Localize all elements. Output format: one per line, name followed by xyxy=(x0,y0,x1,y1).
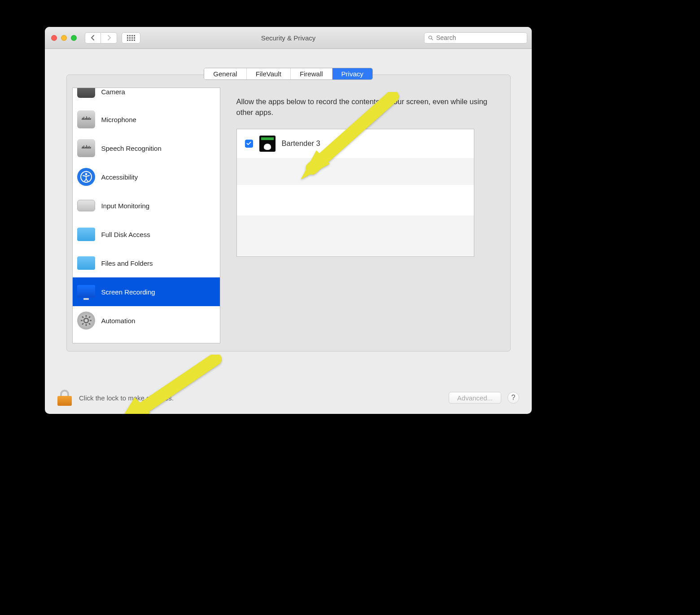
privacy-panel: Camera Microphone Speech Recognition xyxy=(66,75,511,351)
search-input[interactable] xyxy=(436,34,523,41)
search-icon xyxy=(428,35,433,41)
sidebar-item-automation[interactable]: Automation xyxy=(73,306,220,335)
sidebar-item-label: Speech Recognition xyxy=(101,145,162,152)
svg-line-12 xyxy=(82,323,83,325)
keyboard-icon xyxy=(77,200,95,211)
permission-description: Allow the apps below to record the conte… xyxy=(236,97,494,118)
sidebar-item-files-folders[interactable]: Files and Folders xyxy=(73,249,220,277)
app-permission-list[interactable]: Bartender 3 xyxy=(236,129,474,257)
grid-icon xyxy=(127,35,135,41)
tab-privacy[interactable]: Privacy xyxy=(332,68,372,79)
speech-icon xyxy=(77,139,95,157)
svg-line-11 xyxy=(89,316,90,318)
tab-filevault[interactable]: FileVault xyxy=(247,68,291,79)
sidebar-item-label: Accessibility xyxy=(101,173,138,181)
sidebar-item-label: Files and Folders xyxy=(101,259,153,267)
sidebar-item-truncated[interactable] xyxy=(73,335,220,343)
zoom-icon[interactable] xyxy=(71,35,77,41)
app-row-empty xyxy=(237,215,474,256)
search-field[interactable] xyxy=(424,32,527,44)
sidebar-item-label: Full Disk Access xyxy=(101,231,150,238)
chevron-right-icon xyxy=(107,35,111,40)
folder-icon xyxy=(77,256,95,270)
camera-icon xyxy=(77,88,95,98)
check-icon xyxy=(246,141,252,146)
minimize-icon[interactable] xyxy=(61,35,67,41)
help-button[interactable]: ? xyxy=(508,392,519,404)
advanced-button[interactable]: Advanced... xyxy=(449,392,501,404)
microphone-icon xyxy=(77,110,95,128)
lock-button[interactable] xyxy=(57,390,72,406)
forward-button[interactable] xyxy=(101,32,117,44)
detail-pane: Allow the apps below to record the conte… xyxy=(220,88,510,351)
folder-icon xyxy=(77,228,95,241)
content-area: General FileVault Firewall Privacy Camer… xyxy=(45,49,532,351)
back-button[interactable] xyxy=(85,32,101,44)
sidebar-item-label: Microphone xyxy=(101,116,136,123)
gear-icon xyxy=(77,312,95,329)
lock-hint-text: Click the lock to make changes. xyxy=(79,394,174,402)
footer: Click the lock to make changes. Advanced… xyxy=(45,390,532,406)
close-icon[interactable] xyxy=(51,35,57,41)
sidebar-item-screen-recording[interactable]: Screen Recording xyxy=(73,277,220,306)
bartender-app-icon xyxy=(259,136,276,152)
sidebar-item-label: Input Monitoring xyxy=(101,202,150,210)
tab-bar: General FileVault Firewall Privacy xyxy=(204,68,373,80)
sidebar-item-camera[interactable]: Camera xyxy=(73,88,220,105)
svg-line-10 xyxy=(89,323,90,325)
accessibility-icon xyxy=(77,168,95,186)
app-name: Bartender 3 xyxy=(282,138,320,149)
permission-checkbox[interactable] xyxy=(245,140,253,148)
display-icon xyxy=(77,285,95,298)
sidebar-item-label: Automation xyxy=(101,317,136,325)
app-row-empty xyxy=(237,185,474,215)
chevron-left-icon xyxy=(91,35,95,40)
svg-point-4 xyxy=(84,318,88,323)
sidebar-item-speech[interactable]: Speech Recognition xyxy=(73,134,220,163)
tab-general[interactable]: General xyxy=(204,68,246,79)
sidebar-item-label: Screen Recording xyxy=(101,288,155,296)
privacy-category-list[interactable]: Camera Microphone Speech Recognition xyxy=(72,88,220,343)
sidebar-item-full-disk[interactable]: Full Disk Access xyxy=(73,220,220,249)
sidebar-item-input-monitoring[interactable]: Input Monitoring xyxy=(73,191,220,220)
tab-firewall[interactable]: Firewall xyxy=(291,68,332,79)
lock-icon xyxy=(57,396,72,406)
nav-buttons xyxy=(85,32,117,44)
preferences-window: Security & Privacy General FileVault Fir… xyxy=(45,27,532,414)
svg-line-1 xyxy=(431,38,433,40)
titlebar: Security & Privacy xyxy=(45,27,532,49)
sidebar-item-accessibility[interactable]: Accessibility xyxy=(73,163,220,191)
show-all-button[interactable] xyxy=(122,32,140,44)
window-controls xyxy=(51,35,77,41)
sidebar-item-label: Camera xyxy=(101,88,125,96)
svg-line-9 xyxy=(82,316,83,318)
sidebar-item-microphone[interactable]: Microphone xyxy=(73,105,220,134)
app-row-empty xyxy=(237,158,474,185)
svg-point-3 xyxy=(85,173,87,176)
app-row[interactable]: Bartender 3 xyxy=(237,129,474,158)
